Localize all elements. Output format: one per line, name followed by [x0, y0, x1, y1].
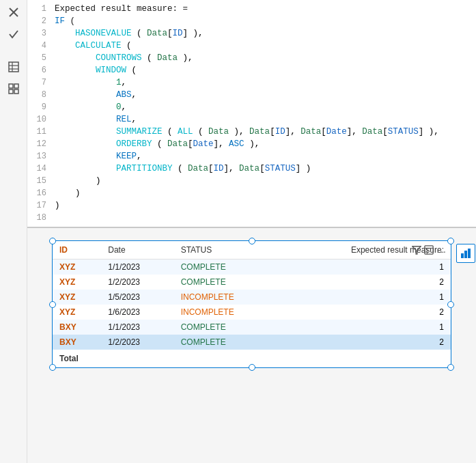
chart-icon-button[interactable]: [456, 244, 475, 263]
svg-rect-11: [425, 246, 433, 254]
line-content: KEEP,: [55, 150, 473, 163]
code-editor[interactable]: 1Expected result measure: =2IF (3 HASONE…: [27, 0, 476, 228]
line-content: ): [55, 175, 473, 187]
code-line: 12 ORDERBY ( Data[Date], ASC ),: [27, 138, 476, 150]
line-number: 16: [30, 187, 46, 199]
cell-id: XYZ: [53, 259, 101, 275]
cell-date: 1/6/2023: [101, 305, 173, 320]
cell-id: XYZ: [53, 275, 101, 290]
code-line: 16 ): [27, 187, 476, 199]
table-row: XYZ1/5/2023INCOMPLETE1: [53, 290, 451, 305]
code-line: 17): [27, 199, 476, 212]
line-content: COUNTROWS ( Data ),: [55, 52, 473, 64]
line-content: PARTITIONBY ( Data[ID], Data[STATUS] ): [55, 163, 473, 175]
line-content: ABS,: [55, 89, 473, 101]
code-line: 13 KEEP,: [27, 150, 476, 163]
line-number: 13: [30, 150, 46, 163]
resize-handle-tl[interactable]: [49, 238, 56, 244]
line-number: 9: [30, 101, 46, 113]
code-line: 6 WINDOW (: [27, 64, 476, 76]
resize-handle-bm[interactable]: [249, 364, 255, 371]
filter-icon[interactable]: [412, 245, 421, 257]
cell-value: 2: [281, 335, 451, 350]
check-icon[interactable]: [3, 25, 25, 44]
table-row: XYZ1/1/2023COMPLETE1: [53, 259, 451, 275]
code-line: 11 SUMMARIZE ( ALL ( Data ), Data[ID], D…: [27, 126, 476, 138]
cell-date: 1/1/2023: [101, 259, 173, 275]
line-content: IF (: [55, 15, 473, 27]
table-row: XYZ1/6/2023INCOMPLETE2: [53, 305, 451, 320]
line-number: 6: [30, 64, 46, 76]
code-line: 9 0,: [27, 101, 476, 113]
line-number: 2: [30, 15, 46, 27]
line-number: 15: [30, 175, 46, 187]
cell-status: COMPLETE: [174, 259, 281, 275]
options-dots[interactable]: ···: [436, 246, 447, 257]
code-line: 7 1,: [27, 76, 476, 89]
col-header-status: STATUS: [174, 241, 281, 259]
cell-value: 1: [281, 320, 451, 335]
line-number: 3: [30, 27, 46, 40]
code-line: 8 ABS,: [27, 89, 476, 101]
code-line: 1Expected result measure: =: [27, 3, 476, 15]
resize-handle-ml[interactable]: [49, 301, 56, 308]
line-content: ): [55, 187, 473, 199]
resize-handle-mr[interactable]: [447, 301, 454, 308]
cell-id: BXY: [53, 320, 101, 335]
resize-handle-br[interactable]: [447, 364, 454, 371]
line-number: 18: [30, 212, 46, 224]
cell-id: XYZ: [53, 290, 101, 305]
sidebar: [0, 0, 27, 463]
code-line: 15 ): [27, 175, 476, 187]
resize-handle-tm[interactable]: [249, 238, 255, 244]
line-number: 12: [30, 138, 46, 150]
line-content: 0,: [55, 101, 473, 113]
svg-rect-15: [464, 251, 467, 258]
line-number: 8: [30, 89, 46, 101]
code-line: 2IF (: [27, 15, 476, 27]
close-icon[interactable]: [3, 3, 25, 22]
results-container: ··· ID Date: [52, 240, 451, 368]
table-row: BXY1/1/2023COMPLETE1: [53, 320, 451, 335]
line-number: 10: [30, 113, 46, 126]
cell-id: XYZ: [53, 305, 101, 320]
cell-date: 1/5/2023: [101, 290, 173, 305]
line-number: 11: [30, 126, 46, 138]
col-header-date: Date: [101, 241, 173, 259]
cell-date: 1/2/2023: [101, 275, 173, 290]
resize-handle-tr[interactable]: [447, 238, 454, 244]
svg-rect-9: [14, 89, 18, 94]
line-number: 4: [30, 40, 46, 52]
svg-rect-16: [468, 249, 471, 258]
resize-handle-bl[interactable]: [49, 364, 56, 371]
line-number: 17: [30, 199, 46, 212]
cell-id: BXY: [53, 335, 101, 350]
table-icon[interactable]: [3, 57, 25, 76]
code-line: 10 REL,: [27, 113, 476, 126]
line-number: 1: [30, 3, 46, 15]
line-content: CALCULATE (: [55, 40, 473, 52]
line-content: HASONEVALUE ( Data[ID] ),: [55, 27, 473, 40]
line-number: 7: [30, 76, 46, 89]
line-content: SUMMARIZE ( ALL ( Data ), Data[ID], Data…: [55, 126, 473, 138]
line-content: ): [55, 199, 473, 212]
results-table-container: ID Date STATUS Expected result measure: …: [53, 241, 451, 367]
svg-rect-2: [9, 62, 18, 72]
code-line: 3 HASONEVALUE ( Data[ID] ),: [27, 27, 476, 40]
line-number: 5: [30, 52, 46, 64]
grid-icon[interactable]: [3, 79, 25, 98]
code-line: 14 PARTITIONBY ( Data[ID], Data[STATUS] …: [27, 163, 476, 175]
col-header-id: ID: [53, 241, 101, 259]
line-content: REL,: [55, 113, 473, 126]
main-content: 1Expected result measure: =2IF (3 HASONE…: [27, 0, 476, 463]
expand-icon[interactable]: [424, 245, 434, 257]
line-content: WINDOW (: [55, 64, 473, 76]
table-row: XYZ1/2/2023COMPLETE2: [53, 275, 451, 290]
svg-rect-6: [9, 84, 13, 88]
cell-status: COMPLETE: [174, 275, 281, 290]
svg-marker-10: [412, 247, 421, 254]
cell-value: 1: [281, 259, 451, 275]
cell-value: 2: [281, 305, 451, 320]
results-table: ID Date STATUS Expected result measure: …: [53, 241, 451, 350]
svg-rect-14: [461, 253, 464, 258]
